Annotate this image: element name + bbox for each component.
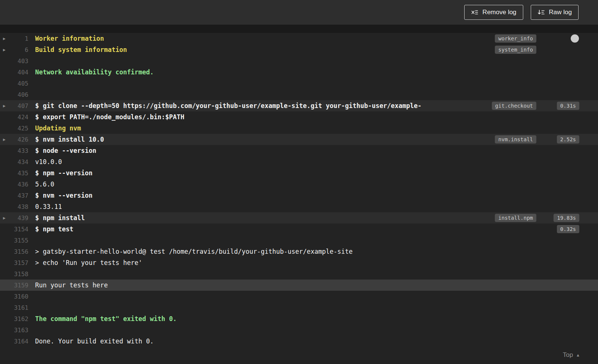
log-line: 3156 > gatsby-starter-hello-world@ test … xyxy=(0,246,598,257)
raw-log-button[interactable]: Raw log xyxy=(531,5,579,20)
fold-arrow-icon[interactable]: ▶ xyxy=(3,138,6,142)
line-number[interactable]: 404 xyxy=(0,69,28,76)
back-to-top-link[interactable]: Top ▲ xyxy=(563,351,580,359)
line-number[interactable]: 3155 xyxy=(0,237,28,244)
log-line: 433 $ node --version xyxy=(0,145,598,156)
line-number[interactable]: 3160 xyxy=(0,293,28,300)
log-text: Done. Your build exited with 0. xyxy=(35,337,486,345)
fold-tag-badge: nvm.install xyxy=(495,135,536,144)
log-line: 403 xyxy=(0,55,598,67)
line-number[interactable]: 433 xyxy=(0,147,28,154)
log-text: $ export PATH=./node_modules/.bin:$PATH xyxy=(35,113,486,121)
log-line: 438 0.33.11 xyxy=(0,201,598,212)
line-number[interactable]: 403 xyxy=(0,58,28,65)
fold-tag-badge: install.npm xyxy=(495,214,536,222)
log-text: $ npm test xyxy=(35,225,486,233)
log-line: 436 5.6.0 xyxy=(0,179,598,190)
log-text: Build system information xyxy=(35,46,486,53)
log-line: 3158 xyxy=(0,268,598,280)
log-line: 3154 $ npm test 0.32s xyxy=(0,223,598,235)
line-number[interactable]: 3162 xyxy=(0,315,28,323)
log-text: $ nvm --version xyxy=(35,192,486,199)
log-text: Updating nvm xyxy=(35,124,486,132)
log-text: > gatsby-starter-hello-world@ test /home… xyxy=(35,248,486,255)
line-number[interactable]: 406 xyxy=(0,91,28,98)
log-line: ▶ 439 $ npm install install.npm 19.83s xyxy=(0,212,598,223)
fold-arrow-icon[interactable]: ▶ xyxy=(3,216,6,220)
log-line: 406 xyxy=(0,89,598,100)
line-number[interactable]: 3157 xyxy=(0,259,28,266)
log-text: $ npm --version xyxy=(35,169,486,177)
line-number[interactable]: 3154 xyxy=(0,226,28,233)
log-text: $ npm install xyxy=(35,214,486,222)
fold-tag-badge: worker_info xyxy=(495,34,536,43)
log-line: 3161 xyxy=(0,302,598,313)
log-text: Worker information xyxy=(35,35,486,42)
duration-badge: 0.32s xyxy=(557,225,579,233)
fold-arrow-icon[interactable]: ▶ xyxy=(3,48,6,52)
log-text: Network availability confirmed. xyxy=(35,68,486,76)
fold-arrow-icon[interactable]: ▶ xyxy=(3,104,6,108)
line-number[interactable]: 3156 xyxy=(0,248,28,255)
back-to-top-label: Top xyxy=(563,351,573,359)
line-number[interactable]: 405 xyxy=(0,80,28,87)
log-line: 3160 xyxy=(0,291,598,302)
log-line: 3162 The command "npm test" exited with … xyxy=(0,313,598,324)
log-text: v10.0.0 xyxy=(35,158,486,166)
scroll-indicator-dot[interactable] xyxy=(571,34,579,43)
log-line: 405 xyxy=(0,78,598,89)
log-text: 5.6.0 xyxy=(35,181,486,188)
log-line: 3163 xyxy=(0,324,598,336)
log-line: 424 $ export PATH=./node_modules/.bin:$P… xyxy=(0,111,598,123)
log-line: ▶ 407 $ git clone --depth=50 https://git… xyxy=(0,100,598,111)
line-number[interactable]: 3158 xyxy=(0,271,28,278)
raw-log-label: Raw log xyxy=(549,9,572,16)
log-line: 437 $ nvm --version xyxy=(0,190,598,201)
line-number[interactable]: 436 xyxy=(0,181,28,188)
log-line: ▶ 426 $ nvm install 10.0 nvm.install 2.5… xyxy=(0,134,598,145)
chevron-up-icon: ▲ xyxy=(576,353,580,357)
line-number[interactable]: 424 xyxy=(0,114,28,121)
log-line: ▶ 1 Worker information worker_info xyxy=(0,33,598,44)
log-toolbar: Remove log Raw log xyxy=(0,0,598,25)
log-line: 425 Updating nvm xyxy=(0,123,598,134)
duration-badge: 0.31s xyxy=(557,102,579,110)
log-text: $ node --version xyxy=(35,147,486,154)
build-log: ▶ 1 Worker information worker_info ▶ 6 B… xyxy=(0,33,598,364)
line-number[interactable]: 437 xyxy=(0,192,28,199)
line-number[interactable]: 435 xyxy=(0,170,28,177)
fold-arrow-icon[interactable]: ▶ xyxy=(3,37,6,41)
log-text: $ nvm install 10.0 xyxy=(35,136,486,143)
line-number[interactable]: 3161 xyxy=(0,304,28,311)
log-text: 0.33.11 xyxy=(35,203,486,210)
log-text: The command "npm test" exited with 0. xyxy=(35,315,486,323)
duration-badge: 2.52s xyxy=(557,135,579,144)
line-number[interactable]: 434 xyxy=(0,158,28,166)
log-line: ▶ 6 Build system information system_info xyxy=(0,44,598,55)
line-number[interactable]: 3164 xyxy=(0,338,28,345)
line-number[interactable]: 3159 xyxy=(0,282,28,289)
remove-log-icon xyxy=(471,9,478,16)
log-line: 3155 xyxy=(0,235,598,246)
log-line: 435 $ npm --version xyxy=(0,167,598,179)
log-text: > echo 'Run your tests here' xyxy=(35,259,486,266)
fold-tag-badge: git.checkout xyxy=(492,102,536,110)
remove-log-label: Remove log xyxy=(483,9,517,16)
line-number[interactable]: 425 xyxy=(0,125,28,132)
log-text: $ git clone --depth=50 https://github.co… xyxy=(35,102,486,109)
line-number[interactable]: 438 xyxy=(0,203,28,210)
duration-badge: 19.83s xyxy=(554,214,579,222)
raw-log-icon xyxy=(537,9,545,16)
fold-tag-badge: system_info xyxy=(495,46,536,54)
remove-log-button[interactable]: Remove log xyxy=(464,5,523,20)
line-number[interactable]: 3163 xyxy=(0,327,28,334)
log-line: 434 v10.0.0 xyxy=(0,156,598,167)
log-line: 404 Network availability confirmed. xyxy=(0,67,598,78)
log-line: 3164 Done. Your build exited with 0. xyxy=(0,336,598,347)
log-line: 3157 > echo 'Run your tests here' xyxy=(0,257,598,268)
log-line-highlighted: 3159 Run your tests here xyxy=(0,280,598,291)
log-text: Run your tests here xyxy=(35,281,486,289)
